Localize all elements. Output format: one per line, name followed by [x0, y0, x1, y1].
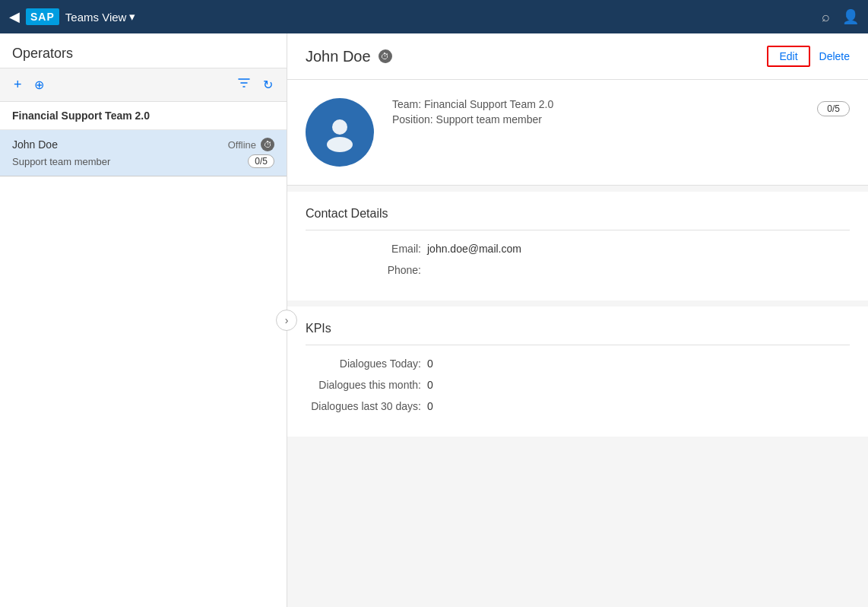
dialogues-today-row: Dialogues Today: 0 — [306, 358, 850, 370]
back-button[interactable]: ◀ — [9, 8, 20, 25]
edit-button[interactable]: Edit — [767, 46, 809, 67]
kpi-section-title: KPIs — [306, 322, 850, 335]
phone-row: Phone: — [306, 264, 850, 276]
capacity-badge: 0/5 — [248, 154, 274, 168]
profile-position: Position: Support team member — [392, 113, 799, 126]
app-header: ◀ SAP Teams View ▾ ⌕ 👤 — [0, 0, 868, 33]
dialogues-30-label: Dialogues last 30 days: — [306, 400, 427, 412]
sidebar-list: Financial Support Team 2.0 John Doe Offl… — [0, 102, 287, 607]
add-button[interactable]: + — [12, 75, 24, 94]
dialogues-month-label: Dialogues this month: — [306, 379, 427, 391]
detail-actions: Edit Delete — [767, 46, 850, 67]
svg-point-1 — [327, 137, 353, 152]
profile-section: Team: Financial Support Team 2.0 Positio… — [287, 80, 868, 186]
contact-divider — [306, 230, 850, 230]
delete-button[interactable]: Delete — [819, 50, 850, 62]
dialogues-30-row: Dialogues last 30 days: 0 — [306, 400, 850, 412]
contact-section: Contact Details Email: john.doe@mail.com… — [287, 192, 868, 300]
operator-item[interactable]: John Doe Offline ⏱ Support team member 0… — [0, 130, 287, 176]
operator-name: John Doe — [12, 138, 58, 151]
refresh-button[interactable]: ↻ — [261, 75, 274, 95]
phone-label: Phone: — [306, 264, 427, 276]
profile-team: Team: Financial Support Team 2.0 — [392, 98, 799, 110]
sidebar-title: Operators — [0, 33, 287, 68]
collapse-button[interactable]: › — [276, 310, 297, 331]
svg-point-0 — [332, 119, 347, 135]
toolbar-right: ↻ — [236, 75, 274, 95]
team-name: Financial Support Team 2.0 — [0, 102, 287, 130]
email-label: Email: — [306, 243, 427, 255]
sap-logo: SAP — [26, 8, 59, 25]
content-area: John Doe ⏱ Edit Delete Team: Financial S… — [287, 33, 868, 607]
detail-title: John Doe — [306, 48, 371, 65]
user-icon[interactable]: 👤 — [842, 8, 859, 25]
filter-button[interactable] — [236, 75, 252, 95]
avatar-icon — [320, 113, 360, 152]
dialogues-today-label: Dialogues Today: — [306, 358, 427, 370]
operator-item-top: John Doe Offline ⏱ — [12, 138, 274, 151]
dialogues-today-value: 0 — [427, 358, 433, 370]
dialogues-30-value: 0 — [427, 400, 433, 412]
profile-info: Team: Financial Support Team 2.0 Positio… — [392, 98, 799, 126]
operator-status: Offline ⏱ — [228, 138, 274, 151]
avatar — [306, 98, 374, 167]
header-right: ⌕ 👤 — [822, 8, 859, 25]
add-user-button[interactable]: ⊕ — [33, 75, 46, 94]
dropdown-icon[interactable]: ▾ — [129, 10, 135, 24]
sidebar-toolbar: + ⊕ ↻ — [0, 68, 287, 102]
app-title: Teams View ▾ — [65, 10, 136, 24]
search-icon[interactable]: ⌕ — [822, 9, 830, 25]
status-label: Offline — [228, 139, 256, 151]
operator-role: Support team member — [12, 156, 110, 167]
email-value: john.doe@mail.com — [427, 243, 521, 255]
kpi-section: KPIs Dialogues Today: 0 Dialogues this m… — [287, 307, 868, 437]
email-row: Email: john.doe@mail.com — [306, 243, 850, 255]
back-icon: ◀ — [9, 8, 20, 25]
status-clock-icon: ⏱ — [261, 138, 274, 151]
kpi-divider — [306, 345, 850, 345]
filter-icon — [237, 76, 251, 90]
sidebar: Operators + ⊕ ↻ Financial Support Team 2… — [0, 33, 287, 607]
dialogues-month-value: 0 — [427, 379, 433, 391]
detail-clock-icon: ⏱ — [379, 49, 392, 63]
detail-header: John Doe ⏱ Edit Delete — [287, 33, 868, 80]
header-left: ◀ SAP Teams View ▾ — [9, 8, 135, 25]
detail-title-area: John Doe ⏱ — [306, 48, 392, 65]
contact-section-title: Contact Details — [306, 207, 850, 221]
profile-capacity-badge: 0/5 — [817, 101, 850, 116]
toolbar-left: + ⊕ — [12, 75, 227, 94]
main-layout: Operators + ⊕ ↻ Financial Support Team 2… — [0, 33, 868, 607]
dialogues-month-row: Dialogues this month: 0 — [306, 379, 850, 391]
